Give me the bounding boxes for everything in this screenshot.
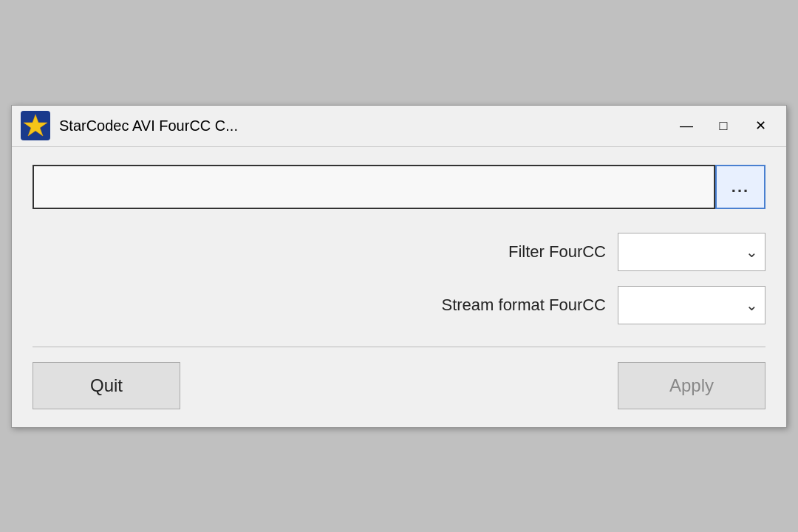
file-row: ... xyxy=(33,165,765,209)
file-path-input[interactable] xyxy=(33,165,715,209)
form-rows: Filter FourCC ⌄ Stream format FourCC ⌄ xyxy=(33,227,765,339)
maximize-button[interactable]: □ xyxy=(706,112,740,139)
app-icon xyxy=(21,111,50,140)
divider xyxy=(33,347,765,347)
filter-fourcc-select[interactable] xyxy=(618,233,765,271)
window-title: StarCodec AVI FourCC C... xyxy=(59,117,669,134)
window-content: ... Filter FourCC ⌄ Stream format FourCC xyxy=(12,147,786,427)
minimize-button[interactable]: — xyxy=(669,112,703,139)
filter-fourcc-label: Filter FourCC xyxy=(508,242,606,262)
stream-format-select[interactable] xyxy=(618,286,765,324)
footer-row: Quit Apply xyxy=(33,359,765,412)
stream-format-wrapper: ⌄ xyxy=(618,286,765,324)
browse-button[interactable]: ... xyxy=(715,165,765,209)
close-button[interactable]: ✕ xyxy=(743,112,777,139)
filter-fourcc-wrapper: ⌄ xyxy=(618,233,765,271)
quit-button[interactable]: Quit xyxy=(33,362,180,409)
filter-fourcc-row: Filter FourCC ⌄ xyxy=(33,233,765,271)
title-bar: StarCodec AVI FourCC C... — □ ✕ xyxy=(12,106,786,147)
window-controls: — □ ✕ xyxy=(669,112,777,139)
apply-button[interactable]: Apply xyxy=(618,362,765,409)
main-window: StarCodec AVI FourCC C... — □ ✕ ... Filt… xyxy=(11,105,787,428)
stream-format-label: Stream format FourCC xyxy=(442,296,607,315)
stream-format-row: Stream format FourCC ⌄ xyxy=(33,286,765,324)
